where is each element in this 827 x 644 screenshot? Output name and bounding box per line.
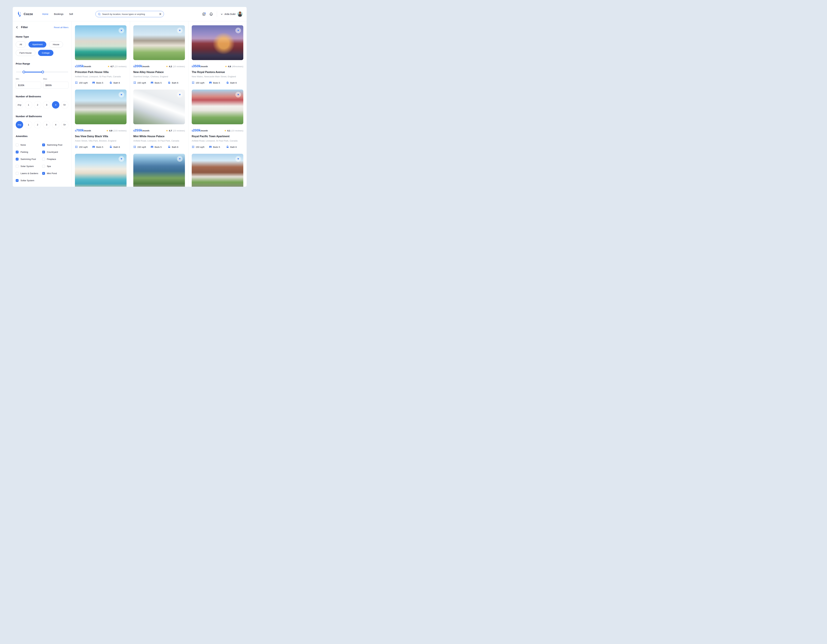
home-type-chip-all[interactable]: All — [16, 41, 26, 47]
bedrooms-option-any[interactable]: Any — [16, 101, 23, 109]
favorite-button[interactable]: ♥ — [119, 156, 124, 162]
home-type-chip-farm-house[interactable]: Farm-house — [16, 50, 35, 56]
area-icon — [75, 145, 78, 149]
amenity-checkbox-spa[interactable] — [42, 165, 45, 168]
favorite-button[interactable]: ♥ — [177, 156, 183, 162]
favorite-button[interactable]: ♥ — [236, 92, 241, 97]
property-image[interactable]: ♥ — [75, 25, 126, 60]
property-image[interactable]: ♥ — [133, 25, 185, 60]
favorite-button[interactable]: ♥ — [119, 92, 124, 97]
amenity-label: Swimming Pool — [47, 144, 62, 146]
nav-home[interactable]: Home — [42, 13, 48, 16]
amenity-checkbox-none[interactable] — [16, 144, 19, 146]
amenity-checkbox-mini-pond[interactable]: ✓ — [42, 172, 45, 175]
bedrooms-option-2[interactable]: 2 — [34, 101, 41, 109]
price-row: $700k/month★4.9(215 reviews) — [75, 128, 126, 132]
chevron-down-icon — [221, 13, 223, 15]
bathrooms-option-4[interactable]: 4 — [52, 121, 59, 128]
property-image[interactable]: ♥ — [133, 154, 185, 187]
bathrooms-option-2[interactable]: 2 — [34, 121, 41, 128]
favorite-button[interactable]: ♥ — [119, 28, 124, 33]
star-icon: ★ — [166, 129, 168, 132]
search-clear-icon[interactable] — [159, 13, 161, 15]
reset-filters-link[interactable]: Reset all filters — [54, 26, 69, 29]
home-type-chip-apartment[interactable]: Apartment — [28, 41, 46, 47]
max-price-input[interactable] — [43, 81, 69, 89]
rating: ★4.9(215 reviews) — [106, 129, 126, 132]
logo[interactable]: Cozze — [17, 11, 33, 17]
spec-label: Beds 5 — [154, 81, 162, 84]
currency-symbol: $ — [133, 130, 134, 132]
amenity-checkbox-fireplace[interactable] — [42, 158, 45, 161]
favorite-button[interactable]: ♥ — [177, 28, 183, 33]
price: $350k/month — [192, 64, 208, 68]
amenity-checkbox-solar-system[interactable] — [16, 165, 19, 168]
filter-sidebar: Filter Reset all filters Home Type AllAp… — [13, 21, 72, 187]
bathrooms-option-5+[interactable]: 5+ — [61, 121, 69, 128]
property-image[interactable]: ♥ — [192, 25, 243, 60]
main-nav: HomeBookingsSell — [42, 13, 73, 16]
price: $200k/month — [192, 128, 208, 132]
bathrooms-option-any[interactable]: Any — [16, 121, 23, 128]
slider-handle-max[interactable] — [41, 71, 44, 73]
property-image[interactable]: ♥ — [133, 89, 185, 124]
property-title[interactable]: The Royal Pastora Avenue — [192, 71, 243, 73]
bath-icon — [168, 145, 171, 149]
notifications-bell-icon[interactable] — [209, 12, 213, 16]
property-title[interactable]: Royal Pacific Town Apartment — [192, 135, 243, 138]
search-input[interactable] — [102, 13, 158, 16]
property-image[interactable]: ♥ — [75, 89, 126, 124]
header: Cozze HomeBookingsSell — [13, 7, 247, 21]
amenity-checkbox-swimming-pool[interactable]: ✓ — [42, 144, 45, 146]
spec-label: 150 sqrft — [137, 146, 146, 148]
area-icon — [192, 145, 195, 149]
bedrooms-option-3[interactable]: 3 — [43, 101, 50, 109]
amenity-row: ✓Mini Pond — [42, 172, 69, 175]
home-type-chip-house[interactable]: House — [49, 41, 63, 47]
property-title[interactable]: Sea View Daisy Black Villa — [75, 135, 126, 138]
spec-item: Bath 6 — [226, 145, 243, 149]
amenity-checkbox-sollar-system[interactable]: ✓ — [16, 179, 19, 182]
slider-fill — [24, 72, 42, 72]
bedrooms-option-5+[interactable]: 5+ — [61, 101, 69, 109]
nav-bookings[interactable]: Bookings — [54, 13, 64, 16]
property-image[interactable]: ♥ — [192, 89, 243, 124]
bedrooms-option-4[interactable]: 4 — [52, 101, 59, 109]
user-menu[interactable]: Arda Guler — [221, 11, 243, 17]
bedrooms-option-1[interactable]: 1 — [25, 101, 32, 109]
property-card: ♥ — [75, 154, 126, 187]
user-name: Arda Guler — [225, 13, 236, 16]
messages-button[interactable] — [202, 12, 206, 16]
spec-item: 150 sqrft — [133, 145, 150, 149]
nav-sell[interactable]: Sell — [69, 13, 73, 16]
property-specs: 150 sqrftBeds 5Bath 6 — [75, 145, 126, 149]
property-address: Anfield Road, Liverpool, St Paul Park, C… — [192, 139, 243, 142]
favorite-button[interactable]: ♥ — [177, 92, 183, 97]
property-title[interactable]: Mini White House Palace — [133, 135, 185, 138]
spec-label: 150 sqrft — [137, 81, 146, 84]
property-address: Anfield Road, Liverpool, St Paul Park, C… — [75, 75, 126, 78]
search-bar[interactable] — [95, 11, 164, 17]
price-range-heading: Price Range — [16, 62, 69, 65]
favorite-button[interactable]: ♥ — [236, 28, 241, 33]
min-price-input[interactable] — [16, 81, 41, 89]
bed-icon — [150, 145, 153, 149]
avatar[interactable] — [237, 11, 243, 17]
spec-label: 150 sqrft — [79, 81, 88, 84]
currency-symbol: $ — [75, 130, 76, 132]
amenity-checkbox-countryard[interactable]: ✓ — [42, 151, 45, 153]
back-icon[interactable] — [16, 26, 18, 29]
property-image[interactable]: ♥ — [192, 154, 243, 187]
property-title[interactable]: New Alley House Palace — [133, 71, 185, 73]
amenity-checkbox-parking[interactable]: ✓ — [16, 151, 19, 153]
property-image[interactable]: ♥ — [75, 154, 126, 187]
property-title[interactable]: Princeton Park House Villa — [75, 71, 126, 73]
slider-handle-min[interactable] — [22, 71, 25, 73]
bathrooms-option-3[interactable]: 3 — [43, 121, 50, 128]
favorite-button[interactable]: ♥ — [236, 156, 241, 162]
amenity-checkbox-swimming-pool[interactable]: ✓ — [16, 158, 19, 161]
listings-column: ♥$105k/month★4.7(23 reviews)Princeton Pa… — [72, 21, 130, 187]
amenity-checkbox-lawns-gardens[interactable] — [16, 172, 19, 175]
home-type-chip-cottage[interactable]: Cottage — [38, 50, 53, 56]
bathrooms-option-1[interactable]: 1 — [25, 121, 32, 128]
